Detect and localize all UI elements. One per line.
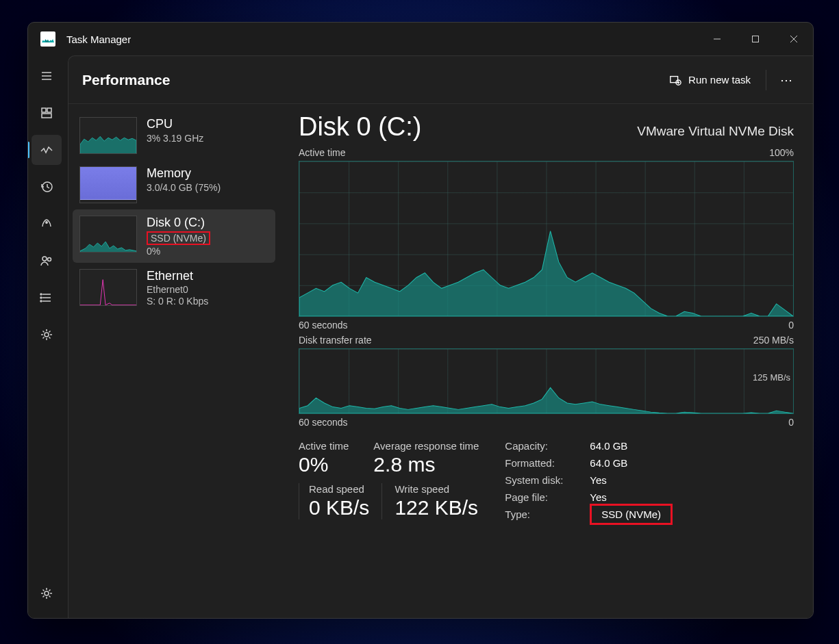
stat-active-label: Active time (299, 440, 349, 452)
nav-processes[interactable] (32, 98, 62, 128)
resource-sub: 3.0/4.0 GB (75%) (147, 182, 221, 193)
nav-services[interactable] (32, 320, 62, 350)
info-type-label: Type: (505, 508, 580, 520)
detail-subtitle: VMware Virtual NVMe Disk (637, 124, 794, 139)
svg-marker-27 (80, 242, 136, 253)
info-type-value: SSD (NVMe) (590, 508, 673, 520)
nav-app-history[interactable] (32, 172, 62, 202)
stat-resp-label: Average response time (373, 440, 479, 452)
ethernet-thumb (79, 269, 137, 306)
run-task-icon (669, 74, 681, 86)
svg-marker-29 (299, 387, 793, 413)
run-task-label: Run new task (688, 74, 751, 86)
svg-rect-9 (42, 114, 51, 118)
info-formatted-value: 64.0 GB (590, 457, 673, 469)
resource-sub: 3% 3.19 GHz (147, 133, 203, 144)
highlight-box-type: SSD (NVMe) (590, 504, 673, 525)
stat-write-value: 122 KB/s (395, 496, 478, 519)
svg-point-20 (45, 333, 49, 337)
svg-point-13 (48, 258, 51, 261)
nav-startup[interactable] (32, 209, 62, 239)
svg-marker-28 (299, 231, 793, 316)
disk-thumb (79, 216, 137, 253)
maximize-button[interactable] (736, 23, 775, 55)
svg-rect-1 (753, 36, 759, 42)
run-new-task-button[interactable]: Run new task (661, 68, 759, 92)
detail-title: Disk 0 (C:) (299, 112, 421, 142)
resource-item-memory[interactable]: Memory 3.0/4.0 GB (75%) (73, 160, 275, 209)
page-header: Performance Run new task ⋯ (68, 56, 813, 104)
resource-sub: Ethernet0 (147, 284, 208, 295)
ellipsis-icon: ⋯ (780, 73, 792, 87)
task-manager-window: Task Manager (27, 22, 814, 619)
svg-point-11 (46, 222, 47, 223)
resource-title: Disk 0 (C:) (147, 216, 210, 231)
cpu-thumb (79, 117, 137, 154)
svg-marker-26 (80, 136, 136, 153)
svg-rect-7 (42, 108, 46, 112)
svg-rect-8 (47, 108, 51, 112)
highlight-box: SSD (NVMe) (147, 231, 210, 245)
stat-read-label: Read speed (309, 483, 369, 495)
memory-thumb (79, 166, 137, 203)
resource-sub2: S: 0 R: 0 Kbps (147, 296, 208, 307)
more-options-button[interactable]: ⋯ (773, 67, 799, 93)
chart1-x-right: 0 (788, 320, 794, 331)
chart1-label-right: 100% (769, 147, 794, 158)
stat-write-label: Write speed (395, 483, 478, 495)
window-title: Task Manager (66, 34, 131, 45)
svg-point-21 (45, 591, 49, 595)
transfer-rate-chart: 125 MB/s (299, 348, 794, 414)
stat-active-value: 0% (299, 453, 349, 476)
info-pagefile-value: Yes (590, 491, 673, 503)
info-formatted-label: Formatted: (505, 457, 580, 469)
nav-settings[interactable] (32, 578, 62, 608)
svg-point-17 (40, 294, 42, 295)
close-button[interactable] (775, 23, 813, 55)
chart2-x-left: 60 seconds (299, 417, 348, 428)
page-title: Performance (82, 72, 170, 88)
resource-sub2: 0% (147, 246, 210, 257)
chart2-label-right: 250 MB/s (753, 335, 794, 346)
chart1-x-left: 60 seconds (299, 320, 348, 331)
resource-sub: SSD (NVMe) (147, 231, 210, 245)
info-sysdisk-value: Yes (590, 474, 673, 486)
chart2-label-left: Disk transfer rate (299, 335, 372, 346)
chart2-x-right: 0 (788, 417, 794, 428)
resource-item-cpu[interactable]: CPU 3% 3.19 GHz (73, 111, 275, 160)
nav-performance[interactable] (32, 135, 62, 165)
resource-item-disk0[interactable]: Disk 0 (C:) SSD (NVMe) 0% (73, 209, 275, 263)
info-pagefile-label: Page file: (505, 491, 580, 503)
svg-point-18 (40, 297, 42, 298)
nav-details[interactable] (32, 283, 62, 313)
resource-title: Ethernet (147, 269, 208, 284)
resource-title: Memory (147, 166, 221, 181)
info-capacity-label: Capacity: (505, 440, 580, 452)
titlebar: Task Manager (28, 23, 813, 55)
svg-point-19 (40, 300, 42, 302)
active-time-chart (299, 161, 794, 317)
info-capacity-value: 64.0 GB (590, 440, 673, 452)
svg-rect-22 (671, 76, 678, 82)
content-area: Performance Run new task ⋯ (68, 55, 813, 618)
disk-info-grid: Capacity: 64.0 GB Formatted: 64.0 GB Sys… (505, 440, 673, 520)
stat-resp-value: 2.8 ms (373, 453, 479, 476)
resource-list: CPU 3% 3.19 GHz Memory 3.0/4.0 GB (75%) (68, 104, 279, 618)
minimize-button[interactable] (698, 23, 736, 55)
detail-panel: Disk 0 (C:) VMware Virtual NVMe Disk Act… (279, 104, 813, 618)
svg-point-12 (42, 257, 47, 261)
chart1-label-left: Active time (299, 147, 345, 158)
resource-title: CPU (147, 117, 203, 132)
app-icon (40, 31, 55, 47)
resource-item-ethernet[interactable]: Ethernet Ethernet0 S: 0 R: 0 Kbps (73, 263, 275, 313)
hamburger-button[interactable] (32, 61, 62, 91)
divider (766, 70, 766, 90)
nav-rail (28, 55, 65, 618)
nav-users[interactable] (32, 246, 62, 276)
stat-read-value: 0 KB/s (309, 496, 369, 519)
info-sysdisk-label: System disk: (505, 474, 580, 486)
